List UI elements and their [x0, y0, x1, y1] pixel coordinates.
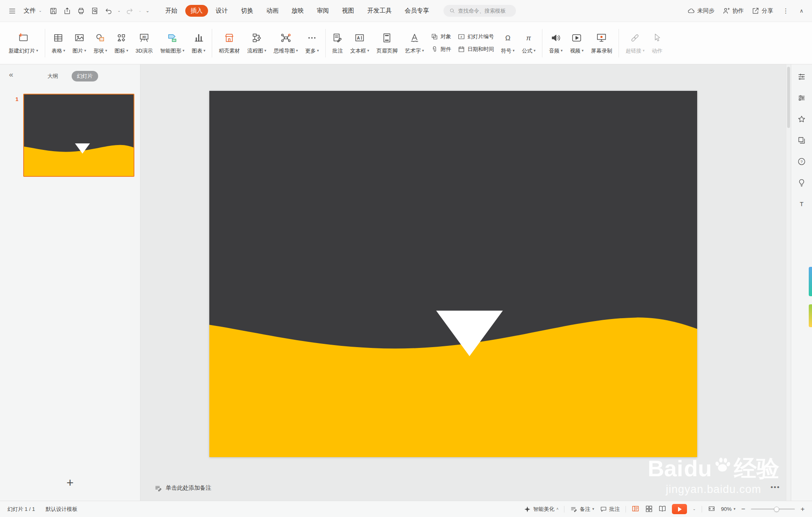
- tab-review[interactable]: 审阅: [312, 5, 334, 17]
- tab-insert[interactable]: 插入: [185, 5, 208, 17]
- undo-button[interactable]: [104, 6, 114, 16]
- transition-pane-button[interactable]: [797, 94, 806, 104]
- normal-view-button[interactable]: [632, 505, 639, 514]
- docer-materials-button[interactable]: 稻壳素材: [215, 25, 244, 61]
- help-button[interactable]: ?: [797, 157, 806, 167]
- zoom-in-button[interactable]: +: [801, 505, 805, 513]
- object-properties-button[interactable]: [797, 73, 806, 83]
- edge-panel-toggle-blue[interactable]: [809, 267, 812, 296]
- shape-button[interactable]: 形状▾: [90, 25, 111, 61]
- screen-record-button[interactable]: 屏幕录制: [587, 25, 616, 61]
- watermark-text-bai: Bai: [647, 457, 683, 480]
- mindmap-button[interactable]: 思维导图▾: [270, 25, 302, 61]
- main-menu-button[interactable]: [7, 6, 17, 16]
- formula-pi-icon: π: [523, 32, 534, 44]
- layers-pane-button[interactable]: [797, 136, 806, 146]
- tab-developer[interactable]: 开发工具: [362, 5, 397, 17]
- symbol-button[interactable]: Ω 符号▾: [497, 25, 518, 61]
- notes-toggle-button[interactable]: 备注 ▾: [570, 506, 594, 513]
- reading-view-button[interactable]: [658, 505, 666, 514]
- file-menu-button[interactable]: 文件 ⌄: [21, 5, 44, 16]
- slide-thumbnail[interactable]: [23, 94, 134, 177]
- scrollbar-thumb[interactable]: [787, 67, 790, 128]
- quick-access-more-icon[interactable]: ⌄: [146, 9, 149, 13]
- slide-sorter-view-button[interactable]: [645, 505, 653, 514]
- ribbon-separator: [619, 29, 619, 57]
- collapse-panel-icon[interactable]: «: [9, 70, 13, 79]
- hyperlink-button[interactable]: 超链接▾: [622, 25, 648, 61]
- notes-bar[interactable]: 单击此处添加备注: [140, 479, 786, 497]
- save-button[interactable]: [48, 6, 58, 16]
- tips-button[interactable]: [797, 178, 806, 189]
- more-options-icon[interactable]: ⋮: [781, 7, 790, 15]
- attachment-button[interactable]: 附件: [431, 46, 451, 53]
- text-tool-button[interactable]: T: [797, 200, 806, 210]
- header-footer-button[interactable]: 页眉页脚: [373, 25, 401, 61]
- undo-dropdown-caret-icon[interactable]: ⌄: [118, 9, 121, 13]
- table-button[interactable]: 表格▾: [48, 25, 69, 61]
- zoom-slider-handle[interactable]: [774, 506, 779, 512]
- table-icon: [53, 32, 64, 44]
- chart-button[interactable]: 图表▾: [188, 25, 209, 61]
- wordart-button[interactable]: 艺术字▾: [401, 25, 428, 61]
- new-slide-button[interactable]: 新建幻灯片▾: [5, 25, 42, 61]
- favorites-pane-button[interactable]: [797, 115, 806, 125]
- zoom-out-button[interactable]: −: [741, 505, 745, 513]
- edge-panel-toggle-green[interactable]: [809, 304, 812, 327]
- redo-button[interactable]: [125, 6, 134, 16]
- object-button[interactable]: 对象: [431, 33, 451, 40]
- tab-member[interactable]: 会员专享: [399, 5, 435, 17]
- zoom-level[interactable]: 90% ▾: [721, 506, 736, 512]
- action-button[interactable]: 动作: [648, 25, 666, 61]
- slide-canvas[interactable]: [209, 91, 697, 457]
- flowchart-button[interactable]: 流程图▾: [244, 25, 270, 61]
- smartart-button[interactable]: 智能图形▾: [156, 25, 188, 61]
- share-icon: [752, 7, 759, 15]
- formula-button[interactable]: π 公式▾: [518, 25, 540, 61]
- quick-access-toolbar: 文件 ⌄ ⌄ ⌄ ⌄: [7, 5, 149, 16]
- smartart-icon: [167, 32, 178, 44]
- tab-outline[interactable]: 大纲: [42, 71, 64, 81]
- header-footer-icon: [382, 32, 392, 44]
- redo-dropdown-caret-icon[interactable]: ⌄: [138, 9, 142, 13]
- sync-status-button[interactable]: 未同步: [687, 7, 714, 15]
- tab-slides[interactable]: 幻灯片: [72, 71, 98, 81]
- more-insert-button[interactable]: 更多▾: [301, 25, 323, 61]
- slide-number-button[interactable]: # 幻灯片编号: [458, 33, 494, 40]
- tab-design[interactable]: 设计: [211, 5, 233, 17]
- collapse-ribbon-icon[interactable]: ∧: [798, 8, 805, 14]
- add-slide-button[interactable]: +: [61, 474, 79, 492]
- tab-slideshow[interactable]: 放映: [286, 5, 309, 17]
- search-icon: [449, 8, 455, 14]
- tab-transition[interactable]: 切换: [236, 5, 259, 17]
- svg-text:T: T: [800, 201, 803, 207]
- print-button[interactable]: [76, 6, 86, 16]
- tab-animation[interactable]: 动画: [261, 5, 284, 17]
- canvas-more-options-icon[interactable]: •••: [770, 483, 780, 491]
- play-options-caret-icon[interactable]: ⌄: [693, 507, 696, 511]
- share-button[interactable]: 分享: [752, 7, 773, 15]
- export-button[interactable]: [62, 6, 72, 16]
- slidenumber-datetime-column: # 幻灯片编号 日期和时间: [454, 33, 497, 53]
- comment-button[interactable]: 批注: [329, 25, 347, 61]
- picture-button[interactable]: 图片▾: [69, 25, 90, 61]
- smart-beautify-button[interactable]: 智能美化 ˄: [524, 506, 558, 513]
- print-preview-button[interactable]: [90, 6, 100, 16]
- textbox-button[interactable]: A 文本框▾: [347, 25, 373, 61]
- play-slideshow-button[interactable]: [672, 504, 687, 514]
- date-time-button[interactable]: 日期和时间: [458, 46, 494, 53]
- search-input[interactable]: 查找命令、搜索模板: [443, 5, 516, 17]
- video-button[interactable]: 视频▾: [566, 25, 588, 61]
- audio-button[interactable]: 音频▾: [545, 25, 566, 61]
- template-name[interactable]: 默认设计模板: [46, 506, 77, 513]
- tab-view[interactable]: 视图: [337, 5, 360, 17]
- tab-home[interactable]: 开始: [160, 5, 183, 17]
- fit-slide-button[interactable]: [708, 505, 715, 514]
- comment-toggle-button[interactable]: 批注: [600, 506, 620, 513]
- vertical-scrollbar[interactable]: [786, 64, 791, 501]
- zoom-slider[interactable]: [751, 508, 795, 510]
- sync-status-label: 未同步: [697, 7, 714, 15]
- icons-button[interactable]: 图标▾: [111, 25, 132, 61]
- collaborate-button[interactable]: 协作: [722, 7, 744, 15]
- 3d-presentation-button[interactable]: 3D 3D演示: [132, 25, 157, 61]
